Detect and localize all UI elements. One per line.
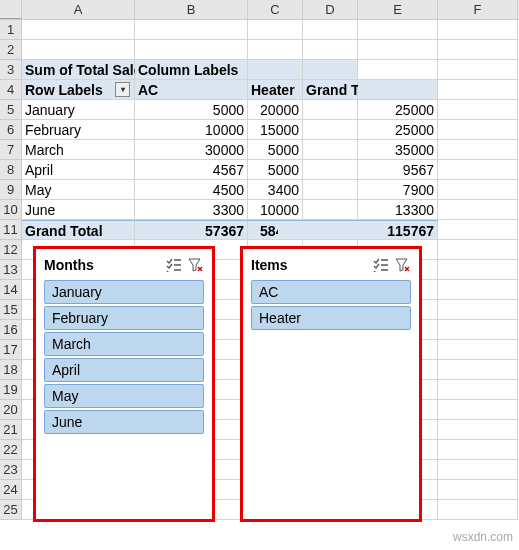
slicer-months[interactable]: Months January February March April May … <box>33 246 215 522</box>
row-header[interactable]: 3 <box>0 60 22 80</box>
row-header[interactable]: 9 <box>0 180 22 200</box>
cell[interactable] <box>438 20 518 40</box>
col-header-D[interactable]: D <box>303 0 358 19</box>
pivot-row-total[interactable]: 25000 <box>278 120 438 140</box>
cell[interactable] <box>438 280 518 300</box>
cell[interactable] <box>438 100 518 120</box>
clear-filter-icon[interactable] <box>186 256 204 274</box>
pivot-col-total[interactable]: Grand Total <box>303 80 358 100</box>
pivot-row-total[interactable]: 7900 <box>278 180 438 200</box>
cell[interactable] <box>358 80 438 100</box>
pivot-row-label[interactable]: May <box>22 180 135 200</box>
cell[interactable] <box>438 80 518 100</box>
col-header-C[interactable]: C <box>248 0 303 19</box>
pivot-sum-label[interactable]: Sum of Total Sales <box>22 60 135 80</box>
slicer-item-june[interactable]: June <box>44 410 204 434</box>
row-header[interactable]: 18 <box>0 360 22 380</box>
cell[interactable] <box>438 120 518 140</box>
cell[interactable] <box>438 440 518 460</box>
row-header[interactable]: 21 <box>0 420 22 440</box>
pivot-row-label[interactable]: January <box>22 100 135 120</box>
row-header[interactable]: 13 <box>0 260 22 280</box>
row-header[interactable]: 2 <box>0 40 22 60</box>
cell[interactable] <box>438 340 518 360</box>
cell[interactable] <box>438 460 518 480</box>
cell[interactable] <box>438 380 518 400</box>
row-header[interactable]: 7 <box>0 140 22 160</box>
row-header[interactable]: 14 <box>0 280 22 300</box>
cell[interactable] <box>303 40 358 60</box>
cell[interactable] <box>358 60 438 80</box>
slicer-item-april[interactable]: April <box>44 358 204 382</box>
row-header[interactable]: 17 <box>0 340 22 360</box>
cell[interactable] <box>438 500 518 520</box>
cell[interactable] <box>438 260 518 280</box>
select-all-corner[interactable] <box>0 0 22 19</box>
cell[interactable] <box>438 420 518 440</box>
cell[interactable] <box>303 60 358 80</box>
slicer-item-heater[interactable]: Heater <box>251 306 411 330</box>
pivot-grand-total[interactable]: 57367 <box>135 220 248 240</box>
slicer-item-january[interactable]: January <box>44 280 204 304</box>
cell[interactable] <box>358 20 438 40</box>
multi-select-icon[interactable] <box>165 256 183 274</box>
pivot-row-labels[interactable]: Row Labels ▾ <box>22 80 135 100</box>
cell[interactable] <box>438 180 518 200</box>
row-header[interactable]: 4 <box>0 80 22 100</box>
cell[interactable] <box>248 20 303 40</box>
row-header[interactable]: 15 <box>0 300 22 320</box>
row-header[interactable]: 5 <box>0 100 22 120</box>
row-header[interactable]: 10 <box>0 200 22 220</box>
pivot-row-total[interactable]: 25000 <box>278 100 438 120</box>
pivot-column-labels[interactable]: Column Labels ▾ <box>135 60 248 80</box>
pivot-row-label[interactable]: February <box>22 120 135 140</box>
pivot-value[interactable]: 5000 <box>135 100 248 120</box>
slicer-item-may[interactable]: May <box>44 384 204 408</box>
multi-select-icon[interactable] <box>372 256 390 274</box>
pivot-row-label[interactable]: June <box>22 200 135 220</box>
cell[interactable] <box>358 40 438 60</box>
cell[interactable] <box>22 20 135 40</box>
row-header[interactable]: 24 <box>0 480 22 500</box>
cell[interactable] <box>438 400 518 420</box>
cell[interactable] <box>438 140 518 160</box>
pivot-row-total[interactable]: 9567 <box>278 160 438 180</box>
pivot-value[interactable]: 4567 <box>135 160 248 180</box>
row-header[interactable]: 8 <box>0 160 22 180</box>
pivot-grand-total-sum[interactable]: 115767 <box>278 220 438 240</box>
slicer-item-ac[interactable]: AC <box>251 280 411 304</box>
pivot-value[interactable]: 3300 <box>135 200 248 220</box>
row-header[interactable]: 19 <box>0 380 22 400</box>
pivot-col-1[interactable]: AC <box>135 80 248 100</box>
row-header[interactable]: 22 <box>0 440 22 460</box>
col-header-F[interactable]: F <box>438 0 518 19</box>
cell[interactable] <box>438 360 518 380</box>
cell[interactable] <box>438 320 518 340</box>
pivot-grand-total-label[interactable]: Grand Total <box>22 220 135 240</box>
cell[interactable] <box>438 240 518 260</box>
row-header[interactable]: 23 <box>0 460 22 480</box>
slicer-items[interactable]: Items AC Heater <box>240 246 422 522</box>
cell[interactable] <box>438 220 518 240</box>
row-header[interactable]: 16 <box>0 320 22 340</box>
row-header[interactable]: 1 <box>0 20 22 40</box>
pivot-row-label[interactable]: April <box>22 160 135 180</box>
cell[interactable] <box>438 60 518 80</box>
clear-filter-icon[interactable] <box>393 256 411 274</box>
pivot-row-total[interactable]: 35000 <box>278 140 438 160</box>
col-header-B[interactable]: B <box>135 0 248 19</box>
cell[interactable] <box>248 60 303 80</box>
row-header[interactable]: 6 <box>0 120 22 140</box>
cell[interactable] <box>303 20 358 40</box>
cell[interactable] <box>438 40 518 60</box>
row-labels-dropdown[interactable]: ▾ <box>115 82 130 97</box>
pivot-value[interactable]: 4500 <box>135 180 248 200</box>
cell[interactable] <box>438 480 518 500</box>
row-header[interactable]: 20 <box>0 400 22 420</box>
row-header[interactable]: 12 <box>0 240 22 260</box>
cell[interactable] <box>248 40 303 60</box>
col-header-A[interactable]: A <box>22 0 135 19</box>
pivot-col-2[interactable]: Heater <box>248 80 303 100</box>
cell[interactable] <box>438 300 518 320</box>
slicer-item-march[interactable]: March <box>44 332 204 356</box>
